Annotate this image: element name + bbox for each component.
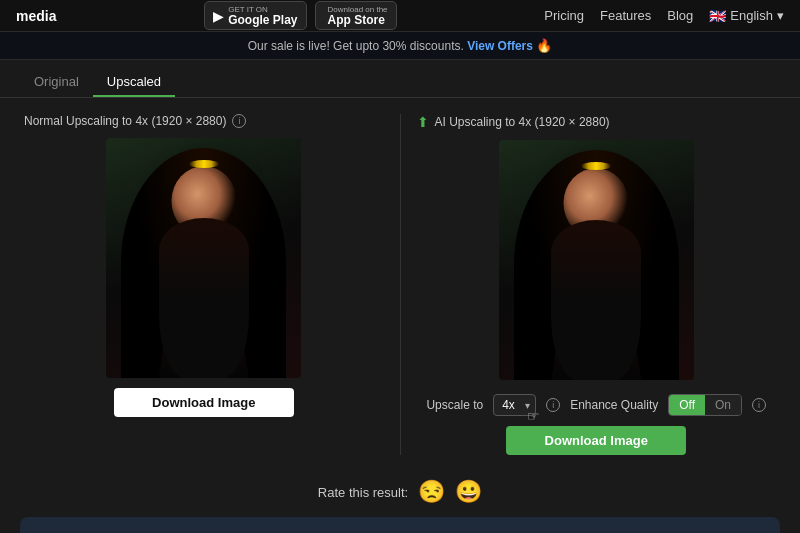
face-decoration [171,166,236,236]
ai-download-button[interactable]: Download Image [506,426,686,455]
ai-upscale-title: ⬆ AI Upscaling to 4x (1920 × 2880) [417,114,610,130]
language-selector[interactable]: 🇬🇧 English ▾ [709,8,784,24]
upscale-select-wrapper: 4x 2x 8x ☞ [493,394,536,416]
cursor-icon: ☞ [527,408,540,424]
sad-rating-button[interactable]: 😒 [418,479,445,505]
upscale-to-label: Upscale to [426,398,483,412]
banner-text: Our sale is live! Get upto 30% discounts… [248,39,464,53]
normal-upscale-panel: Normal Upscaling to 4x (1920 × 2880) i D… [20,114,388,455]
ai-neck-piece [571,270,621,290]
nav-store-buttons: ▶ GET IT ON Google Play Download on the … [204,1,396,30]
happy-rating-button[interactable]: 😀 [455,479,482,505]
upscale-info-icon[interactable]: i [546,398,560,412]
ai-face-decoration [564,168,629,238]
blog-link[interactable]: Blog [667,8,693,23]
normal-photo [106,138,301,378]
rating-text: Rate this result: [318,485,408,500]
google-play-button[interactable]: ▶ GET IT ON Google Play [204,1,306,30]
logo: media [16,8,56,24]
ai-upscale-panel: ⬆ AI Upscaling to 4x (1920 × 2880) Upsca… [413,114,781,455]
fire-icon: 🔥 [536,38,552,53]
normal-info-icon[interactable]: i [232,114,246,128]
google-play-label: Google Play [228,14,297,26]
neck-piece [179,268,229,288]
features-link[interactable]: Features [600,8,651,23]
nav-links: Pricing Features Blog 🇬🇧 English ▾ [544,8,784,24]
app-store-button[interactable]: Download on the App Store [315,1,397,30]
ai-icon: ⬆ [417,114,429,130]
tabs-bar: Original Upscaled [0,60,800,98]
ai-photo [499,140,694,380]
app-store-label: App Store [328,14,388,26]
promo-banner: ✦ Want to Upscale images in bulk? Get Ea… [20,517,780,533]
toggle-off-button[interactable]: Off [669,395,705,415]
sale-banner: Our sale is live! Get upto 30% discounts… [0,32,800,60]
gold-ornament [189,160,219,168]
torso-decoration [154,278,254,378]
view-offers-link[interactable]: View Offers [467,39,533,53]
enhance-toggle: Off On [668,394,742,416]
panel-divider [400,114,401,455]
main-content: Normal Upscaling to 4x (1920 × 2880) i D… [0,98,800,471]
upscale-controls: Upscale to 4x 2x 8x ☞ i Enhance Quality … [426,394,766,416]
navbar: media ▶ GET IT ON Google Play Download o… [0,0,800,32]
enhance-quality-label: Enhance Quality [570,398,658,412]
flag-icon: 🇬🇧 [709,8,726,24]
normal-download-button[interactable]: Download Image [114,388,294,417]
toggle-on-button[interactable]: On [705,395,741,415]
rating-row: Rate this result: 😒 😀 [0,471,800,513]
enhance-info-icon[interactable]: i [752,398,766,412]
normal-image-box [106,138,301,378]
tab-upscaled[interactable]: Upscaled [93,68,175,97]
tab-original[interactable]: Original [20,68,93,97]
ai-gold-ornament [581,162,611,170]
chevron-down-icon: ▾ [777,8,784,23]
play-icon: ▶ [213,8,224,24]
pricing-link[interactable]: Pricing [544,8,584,23]
ai-image-box [499,140,694,380]
normal-upscale-title: Normal Upscaling to 4x (1920 × 2880) i [24,114,246,128]
ai-torso-decoration [546,280,646,380]
lang-label: English [730,8,773,23]
